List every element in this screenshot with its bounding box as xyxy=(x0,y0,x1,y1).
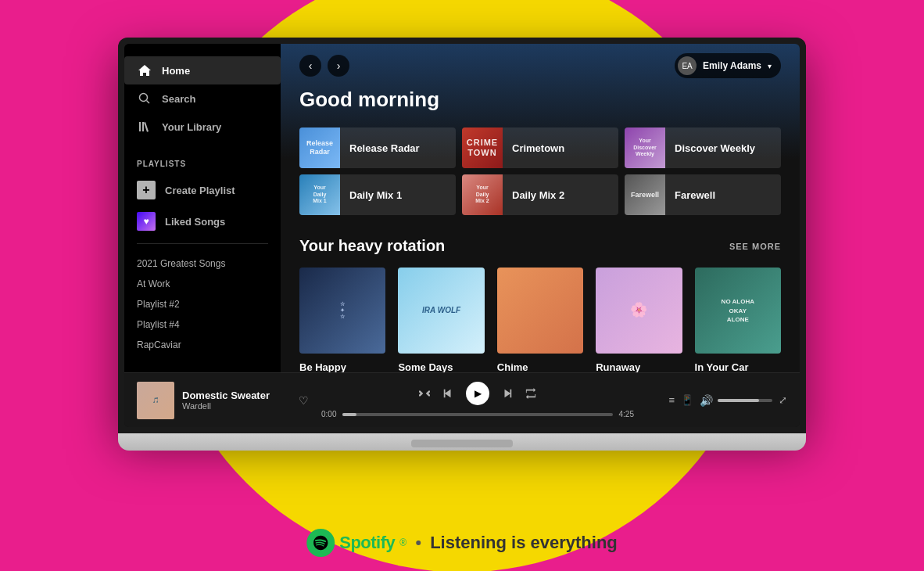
album-card-some-days[interactable]: IRA WOLF Some Days Ira Wolf xyxy=(398,268,484,372)
main-content: ‹ › EA Emily Adams ▾ Good morning xyxy=(281,44,800,372)
create-playlist-icon: + xyxy=(137,181,156,199)
sidebar-home-label: Home xyxy=(162,65,190,77)
devices-icon[interactable]: 📱 xyxy=(681,394,693,406)
quick-thumb-discover-weekly: YourDiscoverWeekly xyxy=(625,127,665,168)
sidebar-divider xyxy=(137,243,268,244)
queue-icon[interactable]: ≡ xyxy=(668,394,675,406)
quick-thumb-daily-mix-2: YourDailyMix 2 xyxy=(462,174,503,215)
now-playing-title: Domestic Sweater xyxy=(182,390,291,401)
volume-icon[interactable]: 🔊 xyxy=(700,394,713,407)
progress-fill xyxy=(342,413,356,416)
volume-fill xyxy=(718,399,759,402)
album-cover-be-happy: ☆✦☆ xyxy=(299,268,385,354)
user-dropdown-arrow: ▾ xyxy=(768,62,772,70)
svg-point-0 xyxy=(140,94,148,102)
laptop-wrapper: Home Search xyxy=(118,38,806,451)
player-controls: ▶ 0:00 4:25 xyxy=(315,382,640,418)
now-playing-artist: Wardell xyxy=(182,401,291,411)
user-avatar: EA xyxy=(678,56,697,75)
user-menu[interactable]: EA Emily Adams ▾ xyxy=(675,53,781,78)
sidebar-item-library[interactable]: Your Library xyxy=(124,113,281,141)
rotation-section-header: Your heavy rotation SEE MORE xyxy=(299,237,781,255)
liked-songs-icon: ♥ xyxy=(137,212,156,231)
prev-button[interactable] xyxy=(442,388,453,399)
album-cover-in-your-car: NO ALOHAOKAYALONE xyxy=(695,268,781,354)
player-bar: 🎵 Domestic Sweater Wardell ♡ xyxy=(124,372,800,427)
shuffle-button[interactable] xyxy=(419,388,430,399)
sidebar-library-label: Your Library xyxy=(162,121,221,133)
playlist-item-0[interactable]: 2021 Greatest Songs xyxy=(124,253,281,274)
topbar: ‹ › EA Emily Adams ▾ xyxy=(281,44,800,88)
brand-tagline: Listening is everything xyxy=(430,533,618,553)
quick-label-daily-mix-2: Daily Mix 2 xyxy=(503,189,574,201)
now-playing: 🎵 Domestic Sweater Wardell ♡ xyxy=(137,382,309,419)
playlist-item-3[interactable]: Playlist #4 xyxy=(124,314,281,335)
album-grid: ☆✦☆ Be Happy Gene Evaro Jr. IRA WOLF S xyxy=(299,268,781,372)
time-current: 0:00 xyxy=(321,410,336,418)
playlist-item-4[interactable]: RapCaviar xyxy=(124,335,281,355)
quick-thumb-farewell: Farewell xyxy=(625,174,665,215)
album-card-runaway[interactable]: 🌸 Runaway Beast Coast xyxy=(596,268,682,372)
album-cover-some-days: IRA WOLF xyxy=(398,268,484,354)
album-title-in-your-car: In Your Car xyxy=(695,361,781,372)
library-icon xyxy=(137,119,152,135)
page-title: Good morning xyxy=(299,88,781,112)
svg-rect-3 xyxy=(142,122,144,131)
quick-thumb-crimetown: CRIMETOWN xyxy=(462,127,503,168)
quick-item-crimetown[interactable]: CRIMETOWN Crimetown xyxy=(462,127,618,168)
see-more-button[interactable]: SEE MORE xyxy=(729,242,781,251)
album-card-chime[interactable]: Chime Alan Gogoll xyxy=(497,268,583,372)
sidebar-item-search[interactable]: Search xyxy=(124,84,281,113)
control-buttons: ▶ xyxy=(419,382,536,405)
album-card-be-happy[interactable]: ☆✦☆ Be Happy Gene Evaro Jr. xyxy=(299,268,385,372)
spotify-logo-area: Spotify® xyxy=(306,529,406,557)
album-title-runaway: Runaway xyxy=(596,361,682,372)
quick-item-daily-mix-2[interactable]: YourDailyMix 2 Daily Mix 2 xyxy=(462,174,618,215)
brand-separator xyxy=(416,540,421,545)
album-cover-chime xyxy=(497,268,583,354)
progress-bar-area: 0:00 4:25 xyxy=(321,410,634,418)
album-title-chime: Chime xyxy=(497,361,583,372)
svg-line-1 xyxy=(147,101,150,104)
laptop-screen-bezel: Home Search xyxy=(118,38,806,433)
album-card-in-your-car[interactable]: NO ALOHAOKAYALONE In Your Car No Aloha xyxy=(695,268,781,372)
spotify-wordmark: Spotify xyxy=(339,533,395,553)
heart-button[interactable]: ♡ xyxy=(299,394,309,407)
playlist-list: 2021 Greatest Songs At Work Playlist #2 … xyxy=(124,250,281,358)
app-screen: Home Search xyxy=(124,44,800,427)
quick-label-discover-weekly: Discover Weekly xyxy=(665,142,765,154)
user-name: Emily Adams xyxy=(703,60,761,71)
repeat-button[interactable] xyxy=(525,388,536,399)
nav-buttons: ‹ › xyxy=(299,55,349,77)
playlist-item-1[interactable]: At Work xyxy=(124,274,281,294)
quick-thumb-release-radar: ReleaseRadar xyxy=(299,127,340,168)
search-icon xyxy=(137,91,152,106)
quick-access-grid: ReleaseRadar Release Radar CRIMETOWN Cri… xyxy=(299,127,781,215)
spotify-circle-icon xyxy=(306,529,335,557)
album-title-be-happy: Be Happy xyxy=(299,361,385,372)
forward-button[interactable]: › xyxy=(328,55,349,77)
album-cover-runaway: 🌸 xyxy=(596,268,682,354)
quick-item-daily-mix-1[interactable]: YourDailyMix 1 Daily Mix 1 xyxy=(299,174,456,215)
play-button[interactable]: ▶ xyxy=(466,382,489,405)
liked-songs-action[interactable]: ♥ Liked Songs xyxy=(124,206,281,237)
sidebar-item-home[interactable]: Home xyxy=(124,56,281,84)
album-title-some-days: Some Days xyxy=(398,361,484,372)
quick-item-farewell[interactable]: Farewell Farewell xyxy=(625,174,781,215)
volume-track[interactable] xyxy=(718,399,772,402)
time-total: 4:25 xyxy=(619,410,634,418)
quick-item-discover-weekly[interactable]: YourDiscoverWeekly Discover Weekly xyxy=(625,127,781,168)
quick-item-release-radar[interactable]: ReleaseRadar Release Radar xyxy=(299,127,456,168)
create-playlist-action[interactable]: + Create Playlist xyxy=(124,174,281,206)
app-layout: Home Search xyxy=(124,44,800,372)
volume-control: 🔊 xyxy=(700,394,772,407)
quick-label-daily-mix-1: Daily Mix 1 xyxy=(340,189,411,201)
fullscreen-icon[interactable]: ⤢ xyxy=(779,394,787,406)
bottom-branding: Spotify® Listening is everything xyxy=(306,529,618,557)
back-button[interactable]: ‹ xyxy=(299,55,321,77)
now-playing-thumb: 🎵 xyxy=(137,382,174,419)
playlist-item-2[interactable]: Playlist #2 xyxy=(124,294,281,314)
progress-track[interactable] xyxy=(342,413,612,416)
quick-label-crimetown: Crimetown xyxy=(503,142,574,154)
next-button[interactable] xyxy=(502,388,513,399)
